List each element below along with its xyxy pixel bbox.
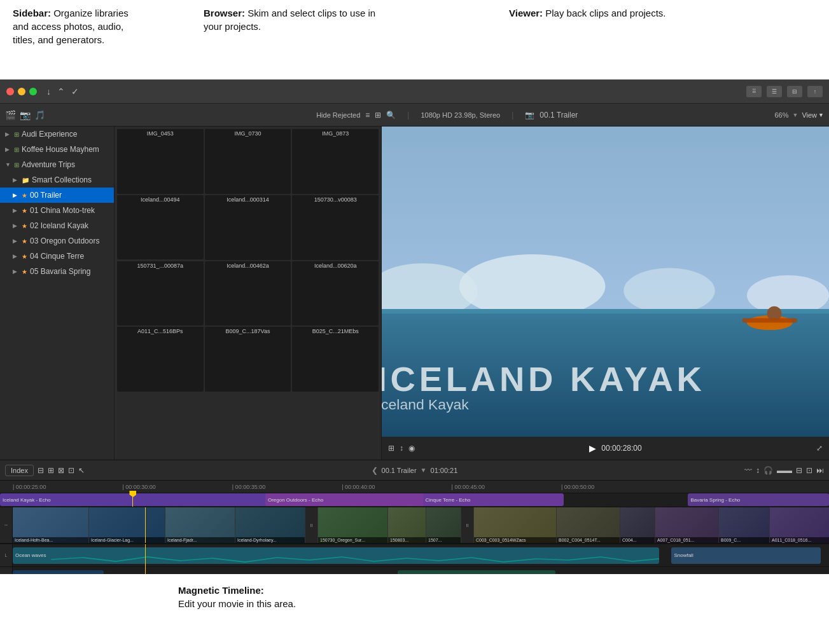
sidebar-item-adventure-trips[interactable]: ▼ ⊞ Adventure Trips <box>0 157 114 172</box>
sidebar-item-label: 04 Cinque Terre <box>30 252 109 261</box>
media-thumb-9[interactable]: A011_C...516BPs <box>117 327 204 392</box>
svg-point-3 <box>623 268 715 313</box>
ocean-waves-clip[interactable]: Ocean waves <box>13 547 659 564</box>
zoom-percent[interactable]: 66% <box>774 111 788 119</box>
clip-c004[interactable]: C004... <box>620 507 655 543</box>
library-grid-icon: ⊞ <box>14 146 19 153</box>
media-thumb-8[interactable]: Iceland...00620a <box>292 261 379 326</box>
sidebar-item-label: 05 Bavaria Spring <box>30 267 109 276</box>
media-thumb-1[interactable]: IMG_0730 <box>205 129 291 194</box>
echo-track-cinque-terre[interactable]: Cinque Terre - Echo <box>423 493 564 506</box>
sidebar-item-audi-experience[interactable]: ▶ ⊞ Audi Experience <box>0 127 114 142</box>
timeline-tool-icon-3[interactable]: ⊠ <box>58 466 64 475</box>
toolbar-center: Hide Rejected ≡ ⊞ 🔍 | 1080p HD 23.98p, S… <box>125 111 769 120</box>
cursor-icon[interactable]: ↖ <box>78 466 85 475</box>
expand-icon: ▶ <box>13 192 19 198</box>
traffic-lights <box>6 88 37 95</box>
filter-icon[interactable]: ≡ <box>365 111 370 120</box>
annotation-area: Sidebar: Organize libraries and access p… <box>0 0 829 79</box>
thumb-label: Iceland...00494 <box>117 195 204 204</box>
clip-view-icon[interactable]: ⊟ <box>796 466 802 475</box>
media-icon[interactable]: 🎬 <box>5 110 16 120</box>
clip-iceland-hofn[interactable]: Iceland-Hofn-Bea... <box>13 507 89 543</box>
clip-a007[interactable]: A007_C018_051... <box>655 507 719 543</box>
media-thumb-3[interactable]: Iceland...00494 <box>117 195 204 260</box>
library-icon[interactable]: 📷 <box>20 110 31 120</box>
audio-meter-icon[interactable]: ▬▬ <box>777 466 792 475</box>
headphone-icon[interactable]: 🎧 <box>763 466 773 475</box>
share-icon[interactable]: ⌃ <box>57 86 65 97</box>
view-button[interactable]: View ▼ <box>802 111 824 119</box>
timeline-tool-icon-4[interactable]: ⊡ <box>68 466 74 475</box>
chevron-down-icon[interactable]: ▼ <box>421 467 427 474</box>
skip-end-icon[interactable]: ⏭ <box>816 466 824 475</box>
media-thumb-11[interactable]: B025_C...21MEbs <box>292 327 379 392</box>
sidebar-item-03-oregon[interactable]: ▶ ★ 03 Oregon Outdoors <box>0 233 114 249</box>
media-thumb-6[interactable]: 150731_...00087a <box>117 261 204 326</box>
play-button[interactable]: ▶ <box>589 443 596 453</box>
sidebar-item-koffee-house[interactable]: ▶ ⊞ Koffee House Mayhem <box>0 142 114 157</box>
audio-icon[interactable]: 🎵 <box>34 110 45 120</box>
timeline-tool-icon-1[interactable]: ⊟ <box>38 466 44 475</box>
list-view-icon[interactable]: ☰ <box>767 86 782 97</box>
clip-b009[interactable]: B009_C... <box>719 507 770 543</box>
toolbar: 🎬 📷 🎵 Hide Rejected ≡ ⊞ 🔍 | 1080p HD 23.… <box>0 104 829 127</box>
clip-1507[interactable]: 1507... <box>426 507 461 543</box>
clip-iceland-fjadr[interactable]: Iceland-Fjadr... <box>165 507 235 543</box>
split-screen-icon[interactable]: ⊡ <box>806 466 812 475</box>
clip-iceland-glacier[interactable]: Iceland-Glacier-Lag... <box>89 507 165 543</box>
color-icon[interactable]: ◉ <box>408 444 415 453</box>
maximize-button[interactable] <box>29 88 37 95</box>
echo-track-bavaria[interactable]: Bavaria Spring - Echo <box>688 493 829 506</box>
view-chevron-icon: ▼ <box>818 112 824 118</box>
clip-iceland-dyrhol[interactable]: Iceland-Dyrholaey... <box>235 507 305 543</box>
grid-view-icon[interactable]: ⠿ <box>746 86 762 97</box>
hide-rejected-button[interactable]: Hide Rejected <box>316 111 360 119</box>
check-icon[interactable]: ✓ <box>71 86 79 97</box>
svg-point-2 <box>459 254 606 318</box>
chevron-down-icon[interactable]: ▼ <box>793 112 798 118</box>
browser-annotation-title: Browser: <box>204 8 245 18</box>
browser-grid: IMG_0453 IMG_0730 IMG_0873 Iceland...004… <box>115 127 381 460</box>
search-icon[interactable]: 🔍 <box>386 111 396 120</box>
svg-rect-9 <box>742 318 797 322</box>
media-thumb-7[interactable]: Iceland...00462a <box>205 261 291 326</box>
split-view-icon[interactable]: ⊟ <box>787 86 802 97</box>
sidebar-item-00-trailer[interactable]: ▶ ★ 00 Trailer <box>0 188 114 203</box>
sidebar-annotation-title: Sidebar: <box>13 8 51 18</box>
sidebar-item-01-china[interactable]: ▶ ★ 01 China Moto-trek <box>0 203 114 218</box>
sidebar-item-02-iceland-kayak[interactable]: ▶ ★ 02 Iceland Kayak <box>0 218 114 233</box>
timeline-tool-icon-2[interactable]: ⊞ <box>48 466 54 475</box>
crop-icon[interactable]: ⊞ <box>388 444 394 453</box>
clip-150803[interactable]: 150803... <box>388 507 426 543</box>
echo-track-oregon[interactable]: Oregon Outdoors - Echo <box>265 493 440 506</box>
chevron-left-icon[interactable]: ❮ <box>372 466 378 475</box>
clip-gap-2: II <box>461 507 474 543</box>
sidebar-item-04-cinque-terre[interactable]: ▶ ★ 04 Cinque Terre <box>0 249 114 264</box>
audio-wave-icon[interactable]: 〰 <box>744 466 752 475</box>
share-button[interactable]: ↑ <box>807 86 823 97</box>
clip-c003[interactable]: C003_C003_0514WZacs <box>474 507 557 543</box>
minimize-button[interactable] <box>18 88 25 95</box>
timeline-toolbar: Index ⊟ ⊞ ⊠ ⊡ ↖ ❮ 00.1 Trailer ▼ 01:00:2… <box>0 460 829 481</box>
clip-150730[interactable]: 150730_Oregon_Sur... <box>318 507 388 543</box>
fullscreen-icon[interactable]: ⤢ <box>816 444 823 453</box>
audio-track-ocean-waves: L Ocean waves Snowfall <box>0 544 829 567</box>
clip-b002[interactable]: B002_C004_0514T... <box>557 507 620 543</box>
expand-icon: ▶ <box>13 223 19 229</box>
sidebar-item-smart-collections[interactable]: ▶ 📁 Smart Collections <box>0 172 114 188</box>
audio-level-icon[interactable]: ↕ <box>756 466 760 475</box>
sidebar-item-05-bavaria[interactable]: ▶ ★ 05 Bavaria Spring <box>0 264 114 279</box>
grid-icon[interactable]: ⊞ <box>375 111 381 120</box>
clip-a011[interactable]: A011_C018_0516... <box>770 507 829 543</box>
import-icon[interactable]: ↓ <box>46 86 51 97</box>
media-thumb-4[interactable]: Iceland...000314 <box>205 195 291 260</box>
media-thumb-10[interactable]: B009_C...187Vas <box>205 327 291 392</box>
media-thumb-2[interactable]: IMG_0873 <box>292 129 379 194</box>
snowfall-clip[interactable]: Snowfall <box>671 547 821 564</box>
index-button[interactable]: Index <box>5 465 34 476</box>
media-thumb-0[interactable]: IMG_0453 <box>117 129 204 194</box>
close-button[interactable] <box>6 88 14 95</box>
transform-icon[interactable]: ↕ <box>400 444 403 453</box>
media-thumb-5[interactable]: 150730...v00083 <box>292 195 379 260</box>
